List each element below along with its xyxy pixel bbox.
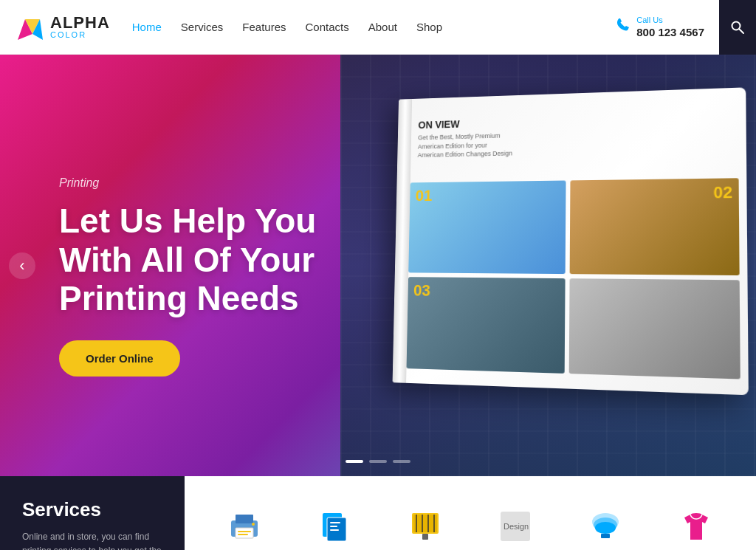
- call-us: Call Us 800 123 4567: [614, 15, 704, 40]
- svg-rect-16: [330, 529, 339, 531]
- svg-rect-9: [238, 531, 251, 532]
- magazine-book: ON VIEW Get the Best, Mostly PremiumAmer…: [393, 87, 749, 395]
- nav-item-features[interactable]: Features: [242, 21, 286, 34]
- svg-rect-18: [413, 515, 437, 532]
- services-left-panel: Services Online and in store, you can fi…: [0, 476, 185, 550]
- magazine-cell-1: 01: [408, 180, 566, 274]
- hero-content: Printing Let Us Help You With All Of You…: [0, 55, 378, 476]
- magazine-grid: 01 02 03: [407, 178, 740, 379]
- logo[interactable]: ALPHA COLOR: [15, 12, 110, 43]
- magazine-title: ON VIEW: [418, 118, 459, 131]
- service-item-outdoor[interactable]: Outdoor: [396, 504, 455, 550]
- call-number: 800 123 4567: [636, 25, 704, 40]
- slider-dots: [346, 460, 410, 463]
- nav-item-contacts[interactable]: Contacts: [306, 21, 349, 34]
- svg-rect-15: [330, 526, 337, 527]
- phone-icon: [614, 17, 630, 37]
- service-item-copy[interactable]: Copy: [305, 504, 364, 550]
- outdoor-icon: [403, 504, 447, 549]
- magazine-subtitle: Get the Best, Mostly PremiumAmerican Edi…: [418, 131, 513, 159]
- svg-rect-29: [601, 534, 610, 538]
- service-item-print[interactable]: Print: [215, 504, 274, 550]
- hero-title: Let Us Help You With All Of Your Printin…: [59, 202, 341, 319]
- svg-rect-7: [236, 515, 253, 523]
- call-label: Call Us: [636, 15, 704, 25]
- nav-right: Call Us 800 123 4567: [614, 0, 741, 55]
- nav-item-shop[interactable]: Shop: [416, 21, 442, 34]
- services-icons-row: Print Copy: [185, 476, 756, 550]
- slider-dot-2[interactable]: [369, 460, 387, 463]
- magazine-num-2: 02: [713, 183, 732, 203]
- order-online-button[interactable]: Order Online: [59, 340, 180, 377]
- magazine-cell-3: 03: [407, 277, 566, 374]
- magazine-num-1: 01: [415, 187, 432, 205]
- svg-rect-10: [238, 534, 248, 535]
- hero-pretitle: Printing: [59, 176, 341, 190]
- nav-item-home[interactable]: Home: [132, 21, 162, 34]
- call-text: Call Us 800 123 4567: [636, 15, 704, 40]
- navbar: ALPHA COLOR Home Services Features Conta…: [0, 0, 756, 55]
- service-item-promotion[interactable]: Promotion al: [576, 504, 635, 550]
- svg-point-11: [252, 523, 255, 526]
- magazine-num-3: 03: [413, 281, 430, 300]
- magazine-mockup: ON VIEW Get the Best, Mostly PremiumAmer…: [387, 92, 741, 387]
- hero-section: ON VIEW Get the Best, Mostly PremiumAmer…: [0, 55, 756, 476]
- slider-dot-3[interactable]: [393, 460, 410, 463]
- logo-alpha-text: ALPHA: [50, 15, 110, 31]
- service-item-design[interactable]: Design Design: [486, 504, 545, 550]
- slider-arrow-left[interactable]: ‹: [9, 252, 35, 279]
- nav-item-about[interactable]: About: [368, 21, 397, 34]
- service-item-tshirt[interactable]: T-Shirt: [667, 504, 726, 550]
- copy-icon: [312, 504, 357, 549]
- services-section: Services Online and in store, you can fi…: [0, 476, 756, 550]
- svg-line-5: [740, 29, 744, 33]
- promotion-icon: [583, 504, 628, 549]
- tshirt-icon: [674, 504, 718, 549]
- nav-links: Home Services Features Contacts About Sh…: [132, 21, 614, 34]
- print-icon: [222, 504, 267, 549]
- services-description: Online and in store, you can find printi…: [22, 530, 162, 550]
- svg-rect-8: [236, 528, 253, 538]
- svg-point-28: [595, 522, 616, 534]
- magazine-cell-2: 02: [570, 178, 740, 275]
- search-button[interactable]: [719, 0, 756, 55]
- svg-rect-14: [330, 522, 340, 523]
- design-icon: Design: [493, 504, 537, 549]
- svg-rect-23: [422, 534, 428, 540]
- logo-icon: [15, 12, 46, 43]
- services-title: Services: [22, 498, 162, 521]
- svg-text:Design: Design: [504, 522, 529, 531]
- logo-color-text: COLOR: [50, 31, 110, 39]
- slider-dot-1[interactable]: [346, 460, 363, 463]
- magazine-cell-4: [569, 278, 740, 379]
- nav-item-services[interactable]: Services: [181, 21, 224, 34]
- search-icon: [730, 20, 745, 35]
